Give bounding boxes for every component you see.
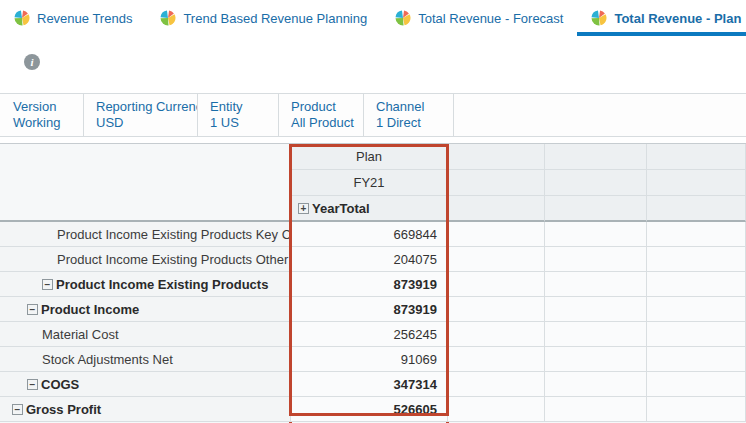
row-header-label: Stock Adjustments Net	[42, 352, 173, 367]
empty-data-cell[interactable]	[647, 372, 746, 397]
row-header-cell: Product Income Existing Products Other C…	[0, 247, 291, 272]
tab-label: Total Revenue - Forecast	[418, 11, 563, 26]
pov-product[interactable]: Product All Product	[279, 94, 364, 136]
minus-box-icon[interactable]: −	[27, 304, 38, 315]
data-cell[interactable]: 526605	[291, 397, 448, 422]
row-header-label: Product Income	[41, 302, 139, 317]
column-header-label: Plan	[356, 149, 382, 164]
pov-channel[interactable]: Channel 1 Direct	[364, 94, 454, 136]
data-cell[interactable]: 347314	[291, 372, 448, 397]
tab-total-revenue-plan[interactable]: Total Revenue - Plan	[577, 0, 746, 36]
row-header-cell: Material Cost	[0, 322, 291, 347]
data-cell[interactable]: 873919	[291, 272, 448, 297]
empty-data-cell[interactable]	[448, 272, 545, 297]
empty-header-cell	[545, 196, 647, 222]
empty-data-cell[interactable]	[545, 372, 647, 397]
minus-box-icon[interactable]: −	[27, 379, 38, 390]
pov-entity[interactable]: Entity 1 US	[198, 94, 279, 136]
pov-bar: Version Working Reporting Currency USD E…	[0, 93, 746, 137]
pov-member-value: 1 Direct	[376, 115, 441, 131]
column-header-plan: Plan	[291, 144, 448, 170]
row-header-label: Product Income Existing Products	[56, 277, 268, 292]
empty-data-cell[interactable]	[647, 272, 746, 297]
column-header-label: FY21	[353, 175, 384, 190]
empty-data-cell[interactable]	[647, 322, 746, 347]
data-cell[interactable]: 256245	[291, 322, 448, 347]
tab-label: Revenue Trends	[37, 11, 132, 26]
data-cell[interactable]: 873919	[291, 297, 448, 322]
pov-dimension-label: Product	[291, 99, 351, 115]
pov-dimension-label: Version	[13, 99, 71, 115]
tab-total-revenue-forecast[interactable]: Total Revenue - Forecast	[381, 0, 577, 36]
empty-header-cell	[647, 170, 746, 196]
grid-corner-cell	[0, 144, 291, 222]
empty-header-cell	[545, 170, 647, 196]
info-icon[interactable]: i	[24, 54, 40, 70]
empty-data-cell[interactable]	[545, 297, 647, 322]
row-header-label: Product Income Existing Products Key Cus…	[57, 227, 291, 242]
empty-data-cell[interactable]	[448, 397, 545, 422]
pov-member-value: USD	[96, 115, 185, 131]
empty-data-cell[interactable]	[647, 397, 746, 422]
empty-data-cell[interactable]	[448, 347, 545, 372]
empty-data-cell[interactable]	[545, 397, 647, 422]
empty-data-cell[interactable]	[647, 247, 746, 272]
empty-data-cell[interactable]	[448, 322, 545, 347]
empty-data-cell[interactable]	[545, 222, 647, 247]
minus-box-icon[interactable]: −	[12, 404, 23, 415]
empty-header-cell	[647, 196, 746, 222]
pie-chart-icon	[591, 10, 607, 26]
tab-bar: Revenue Trends Trend Based Revenue Plann…	[0, 0, 746, 36]
empty-data-cell[interactable]	[545, 272, 647, 297]
empty-header-cell	[448, 196, 545, 222]
row-header-cell: −Gross Profit	[0, 397, 291, 422]
pie-chart-icon	[160, 10, 176, 26]
empty-data-cell[interactable]	[647, 347, 746, 372]
row-header-label: COGS	[41, 377, 79, 392]
data-cell[interactable]: 204075	[291, 247, 448, 272]
empty-data-cell[interactable]	[448, 297, 545, 322]
pov-dimension-label: Reporting Currency	[96, 99, 185, 115]
row-header-cell: −COGS	[0, 372, 291, 397]
pie-chart-icon	[14, 10, 30, 26]
column-header-fy21: FY21	[291, 170, 448, 196]
minus-box-icon[interactable]: −	[42, 279, 53, 290]
empty-data-cell[interactable]	[545, 322, 647, 347]
row-header-cell: Product Income Existing Products Key Cus…	[0, 222, 291, 247]
tab-revenue-trends[interactable]: Revenue Trends	[0, 0, 146, 36]
row-header-label: Product Income Existing Products Other C…	[57, 252, 291, 267]
app-window: { "tabs": [ { "label": "Revenue Trends",…	[0, 0, 746, 423]
pov-member-value: All Product	[291, 115, 351, 131]
row-header-cell: Stock Adjustments Net	[0, 347, 291, 372]
empty-data-cell[interactable]	[448, 247, 545, 272]
empty-header-cell	[545, 144, 647, 170]
row-header-cell: −Product Income	[0, 297, 291, 322]
row-header-label: Material Cost	[42, 327, 119, 342]
empty-data-cell[interactable]	[545, 347, 647, 372]
pov-version[interactable]: Version Working	[0, 94, 84, 136]
pov-dimension-label: Entity	[210, 99, 266, 115]
row-header-label: Gross Profit	[26, 402, 101, 417]
empty-data-cell[interactable]	[647, 222, 746, 247]
column-header-yeartotal: +YearTotal	[291, 196, 448, 222]
tab-label: Total Revenue - Plan	[614, 11, 741, 26]
data-grid: PlanFY21+YearTotalProduct Income Existin…	[0, 143, 746, 423]
plus-box-icon[interactable]: +	[298, 203, 309, 214]
data-cell[interactable]: 669844	[291, 222, 448, 247]
tab-label: Trend Based Revenue Planning	[183, 11, 367, 26]
empty-data-cell[interactable]	[448, 372, 545, 397]
empty-data-cell[interactable]	[448, 222, 545, 247]
empty-data-cell[interactable]	[545, 247, 647, 272]
pov-reporting-currency[interactable]: Reporting Currency USD	[84, 94, 198, 136]
empty-header-cell	[647, 144, 746, 170]
empty-header-cell	[448, 170, 545, 196]
row-header-cell: −Product Income Existing Products	[0, 272, 291, 297]
pov-member-value: Working	[13, 115, 71, 131]
tab-trend-based-revenue-planning[interactable]: Trend Based Revenue Planning	[146, 0, 381, 36]
pov-member-value: 1 US	[210, 115, 266, 131]
empty-data-cell[interactable]	[647, 297, 746, 322]
empty-header-cell	[448, 144, 545, 170]
data-cell[interactable]: 91069	[291, 347, 448, 372]
pie-chart-icon	[395, 10, 411, 26]
pov-dimension-label: Channel	[376, 99, 441, 115]
